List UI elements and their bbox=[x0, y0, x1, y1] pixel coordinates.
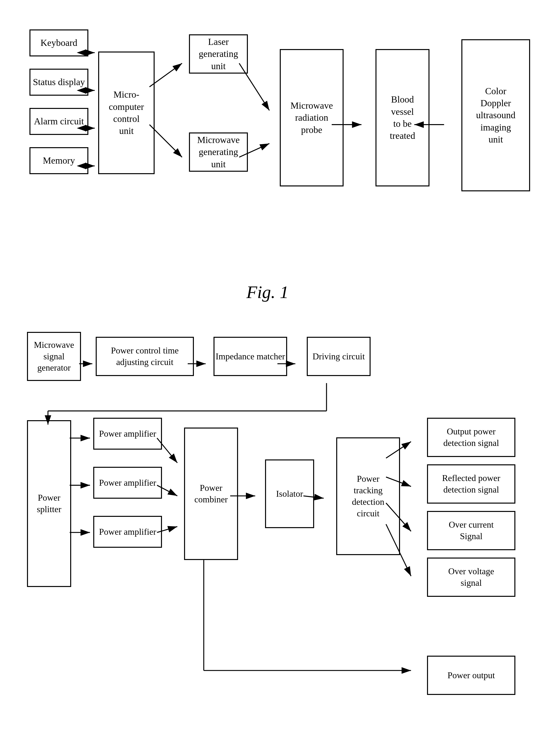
power-output-box: Power output bbox=[427, 656, 515, 695]
power-control-time-box: Power control time adjusting circuit bbox=[96, 337, 194, 376]
microwave-probe-box: Microwave radiation probe bbox=[280, 49, 344, 186]
power-amplifier3-box: Power amplifier bbox=[93, 516, 162, 548]
alarm-circuit-box: Alarm circuit bbox=[29, 108, 88, 135]
microcomputer-box: Micro- computer control unit bbox=[98, 51, 155, 174]
status-display-box: Status display bbox=[29, 69, 88, 96]
figure1: Keyboard Status display Alarm circuit Me… bbox=[20, 15, 515, 272]
power-splitter-box: Power splitter bbox=[27, 420, 71, 587]
output-power-detection-box: Output power detection signal bbox=[427, 418, 515, 457]
over-voltage-signal-box: Over voltage signal bbox=[427, 557, 515, 597]
memory-box: Memory bbox=[29, 147, 88, 174]
microwave-signal-generator-box: Microwave signal generator bbox=[27, 332, 81, 381]
driving-circuit-box: Driving circuit bbox=[307, 337, 371, 376]
blood-vessel-box: Blood vessel to be treated bbox=[376, 49, 430, 186]
fig1-title: Fig. 1 bbox=[20, 282, 515, 303]
power-tracking-box: Power tracking detection circuit bbox=[336, 437, 400, 555]
isolator-box: Isolator bbox=[265, 459, 314, 528]
reflected-power-detection-box: Reflected power detection signal bbox=[427, 464, 515, 503]
impedance-matcher-box: Impedance matcher bbox=[213, 337, 287, 376]
figure2: Microwave signal generator Power control… bbox=[20, 322, 515, 756]
power-combiner-box: Power combiner bbox=[184, 427, 238, 560]
fig1-arrows bbox=[20, 15, 515, 272]
microwave-generating-box: Microwave generating unit bbox=[189, 132, 248, 172]
over-current-signal-box: Over current Signal bbox=[427, 511, 515, 550]
power-amplifier2-box: Power amplifier bbox=[93, 467, 162, 499]
color-doppler-box: Color Doppler ultrasound imaging unit bbox=[462, 39, 530, 191]
laser-generating-box: Laser generating unit bbox=[189, 34, 248, 73]
keyboard-box: Keyboard bbox=[29, 29, 88, 56]
power-amplifier1-box: Power amplifier bbox=[93, 418, 162, 450]
